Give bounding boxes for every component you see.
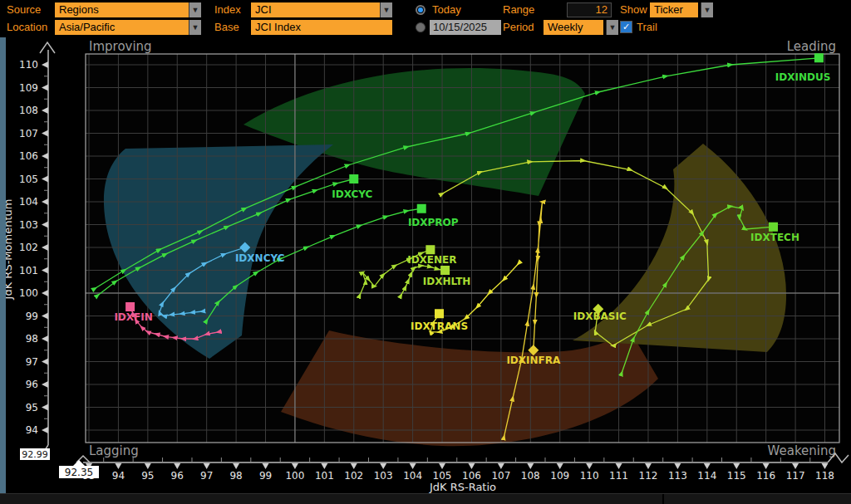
svg-text:97: 97 — [200, 470, 213, 482]
y-readout-value: 92.99 — [22, 449, 48, 460]
svg-text:115: 115 — [727, 470, 746, 482]
svg-text:109: 109 — [550, 470, 569, 482]
chevron-down-icon[interactable]: ▼ — [380, 2, 392, 17]
svg-text:110: 110 — [580, 470, 599, 482]
series-label-IDXTRANS[interactable]: IDXTRANS — [411, 321, 468, 332]
y-axis: 9495969798991001011021031041051061071081… — [2, 42, 55, 460]
svg-text:117: 117 — [786, 470, 805, 482]
svg-text:103: 103 — [19, 219, 38, 231]
svg-text:96: 96 — [171, 470, 184, 482]
svg-text:102: 102 — [344, 470, 363, 482]
svg-text:95: 95 — [26, 402, 38, 413]
chevron-down-icon[interactable]: ▼ — [189, 20, 201, 35]
quadrant-improving: Improving — [89, 39, 152, 54]
svg-text:105: 105 — [19, 174, 38, 185]
svg-text:105: 105 — [433, 470, 452, 482]
svg-text:107: 107 — [491, 470, 510, 482]
svg-text:101: 101 — [315, 470, 334, 482]
svg-text:106: 106 — [19, 150, 38, 162]
index-label: Index — [214, 2, 241, 17]
endpoint-IDXHLTH[interactable] — [440, 266, 450, 275]
endpoint-IDXFIN[interactable] — [125, 302, 135, 311]
source-label: Source — [7, 2, 41, 17]
svg-text:96: 96 — [26, 379, 38, 390]
quadrant-leading: Leading — [787, 39, 836, 54]
svg-text:94: 94 — [26, 424, 38, 436]
series-label-IDXTECH[interactable]: IDXTECH — [750, 232, 799, 243]
svg-text:104: 104 — [403, 470, 422, 482]
today-label: Today — [432, 2, 461, 17]
rrg-chart[interactable]: ImprovingLeadingLaggingWeakening93949596… — [0, 0, 851, 504]
x-readout-value: 92.35 — [65, 467, 93, 478]
trail-label: Trail — [637, 20, 657, 35]
status-bar-divider — [662, 494, 664, 504]
period-dropdown[interactable]: Weekly — [544, 20, 603, 35]
svg-text:99: 99 — [26, 311, 38, 322]
svg-text:113: 113 — [668, 470, 687, 482]
svg-text:98: 98 — [229, 470, 242, 482]
date-radio[interactable] — [416, 22, 426, 32]
endpoint-IDXTECH[interactable] — [769, 223, 778, 232]
series-label-IDXBASIC[interactable]: IDXBASIC — [573, 311, 627, 322]
index-dropdown[interactable]: JCI ▼ — [251, 2, 392, 17]
chevron-down-icon[interactable]: ▼ — [606, 20, 618, 35]
svg-text:94: 94 — [112, 470, 125, 482]
svg-text:114: 114 — [697, 470, 716, 482]
svg-text:101: 101 — [19, 265, 38, 276]
bottom-status-bar — [0, 493, 851, 504]
series-label-IDXENER[interactable]: IDXENER — [407, 254, 456, 266]
svg-text:111: 111 — [609, 470, 628, 482]
quadrant-weakening: Weakening — [768, 443, 836, 458]
svg-text:110: 110 — [19, 59, 38, 71]
endpoint-IDXPROP[interactable] — [417, 204, 426, 213]
date-input[interactable]: 10/15/2025 — [430, 20, 501, 35]
quadrant-lagging: Lagging — [89, 443, 139, 458]
svg-text:109: 109 — [19, 82, 38, 94]
series-label-IDXINFRA[interactable]: IDXINFRA — [506, 355, 561, 366]
series-label-IDXHLTH[interactable]: IDXHLTH — [423, 276, 471, 287]
show-dropdown[interactable]: Ticker — [650, 2, 698, 17]
svg-text:112: 112 — [639, 470, 658, 482]
range-input[interactable]: 12 — [567, 2, 612, 17]
window-edge-strip — [0, 37, 6, 504]
svg-text:106: 106 — [462, 470, 481, 482]
trail-checkbox[interactable]: ✓ — [620, 21, 632, 33]
svg-text:108: 108 — [19, 105, 38, 116]
endpoint-IDXTRANS[interactable] — [435, 309, 444, 318]
x-axis: 9394959697989910010110210310410510610710… — [59, 453, 849, 493]
svg-text:100: 100 — [285, 470, 304, 482]
range-label: Range — [503, 2, 534, 17]
svg-text:103: 103 — [374, 470, 393, 482]
svg-text:108: 108 — [521, 470, 540, 482]
source-dropdown[interactable]: Regions ▼ — [55, 2, 201, 17]
svg-text:104: 104 — [19, 196, 38, 208]
endpoint-IDXCYC[interactable] — [349, 174, 358, 183]
svg-text:99: 99 — [259, 470, 272, 482]
endpoint-IDXINDUS[interactable] — [814, 53, 824, 62]
x-axis-title: JdK RS-Ratio — [429, 481, 496, 493]
series-label-IDXNCYC[interactable]: IDXNCYC — [235, 252, 285, 264]
svg-text:102: 102 — [19, 242, 38, 253]
today-radio[interactable] — [416, 5, 426, 15]
series-label-IDXFIN[interactable]: IDXFIN — [114, 311, 152, 323]
series-label-IDXCYC[interactable]: IDXCYC — [332, 188, 372, 200]
svg-text:118: 118 — [815, 470, 834, 482]
base-label: Base — [214, 20, 239, 35]
svg-text:116: 116 — [756, 470, 775, 482]
chevron-down-icon[interactable]: ▼ — [701, 2, 713, 17]
svg-text:107: 107 — [19, 128, 38, 139]
location-label: Location — [7, 20, 47, 35]
base-input[interactable]: JCI Index — [251, 20, 392, 35]
svg-text:98: 98 — [26, 333, 38, 345]
period-label: Period — [503, 20, 534, 35]
chevron-down-icon[interactable]: ▼ — [189, 2, 201, 17]
svg-text:100: 100 — [19, 287, 38, 299]
location-dropdown[interactable]: Asia/Pacific ▼ — [55, 20, 201, 35]
endpoint-IDXENER[interactable] — [426, 245, 435, 254]
svg-text:95: 95 — [141, 470, 154, 482]
series-label-IDXINDUS[interactable]: IDXINDUS — [775, 71, 831, 83]
svg-text:97: 97 — [26, 356, 38, 368]
toolbar: Source Location Regions ▼ Asia/Pacific ▼… — [0, 0, 851, 37]
show-label: Show — [620, 2, 647, 17]
series-label-IDXPROP[interactable]: IDXPROP — [408, 217, 459, 228]
